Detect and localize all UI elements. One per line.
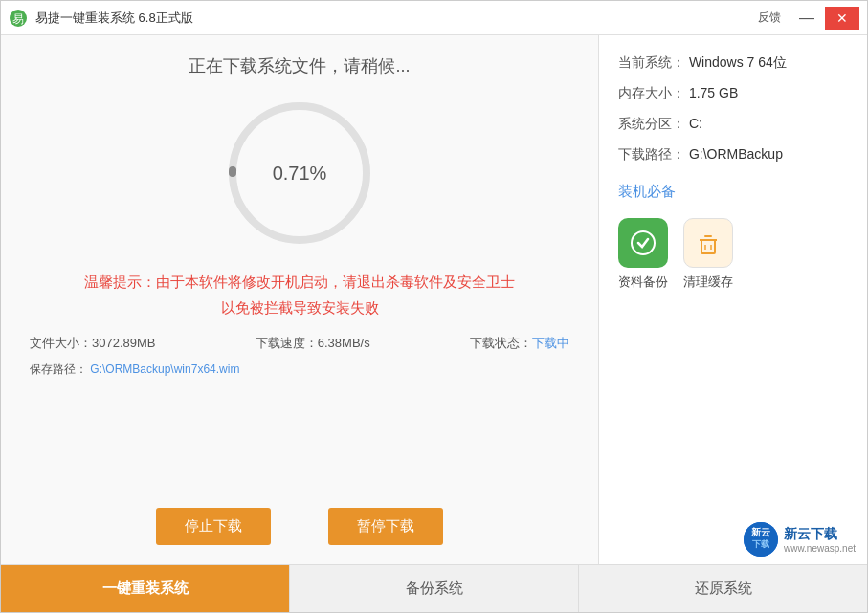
backup-label: 资料备份	[618, 274, 668, 291]
buttons-area: 停止下载 暂停下载	[30, 489, 569, 545]
file-size-value: 3072.89MB	[92, 336, 156, 350]
tab-reinstall[interactable]: 一键重装系统	[1, 565, 290, 612]
partition-value: C:	[689, 116, 702, 131]
tool-backup[interactable]: 资料备份	[618, 218, 668, 291]
file-size-label: 文件大小：	[30, 335, 92, 352]
watermark-icon: 新云 下载	[744, 522, 778, 557]
memory-value: 1.75 GB	[689, 85, 738, 100]
stop-download-button[interactable]: 停止下载	[156, 508, 271, 545]
section-title: 装机必备	[618, 183, 848, 201]
left-panel: 正在下载系统文件，请稍候... 0.71% 温馨提示：由于本软件将修改开机启动，…	[1, 35, 599, 564]
backup-icon	[618, 218, 668, 268]
download-speed: 下载速度：6.38MB/s	[256, 335, 370, 352]
clean-icon	[683, 218, 733, 268]
download-path-label: 下载路径：	[618, 146, 685, 162]
watermark-name: 新云下载	[784, 526, 856, 543]
progress-text: 0.71%	[273, 163, 327, 185]
clean-label: 清理缓存	[683, 274, 733, 291]
tools-grid: 资料备份 清理缓存	[618, 218, 848, 291]
titlebar-left: 易 易捷一键重装系统 6.8正式版	[9, 9, 193, 28]
svg-text:易: 易	[12, 12, 24, 26]
progress-circle: 0.71%	[223, 97, 376, 250]
memory-label: 内存大小：	[618, 85, 685, 100]
titlebar: 易 易捷一键重装系统 6.8正式版 反馈 — ✕	[1, 1, 867, 35]
info-download-path: 下载路径： G:\ORMBackup	[618, 146, 848, 164]
save-path: 保存路径： G:\ORMBackup\win7x64.wim	[30, 361, 569, 378]
watermark: 新云 下载 新云下载 www.newasp.net	[744, 522, 856, 557]
right-panel: 当前系统： Windows 7 64位 内存大小： 1.75 GB 系统分区： …	[599, 35, 867, 564]
svg-text:新云: 新云	[751, 527, 770, 537]
warning-line1: 温馨提示：由于本软件将修改开机启动，请退出杀毒软件及安全卫士	[30, 269, 569, 295]
file-size: 文件大小：3072.89MB	[30, 335, 156, 352]
info-system: 当前系统： Windows 7 64位	[618, 55, 848, 72]
status-value: 下载中	[532, 335, 569, 352]
svg-text:下载: 下载	[752, 539, 769, 549]
download-title: 正在下载系统文件，请稍候...	[30, 55, 569, 77]
system-label: 当前系统：	[618, 55, 685, 70]
watermark-url: www.newasp.net	[784, 543, 856, 554]
download-path-value: G:\ORMBackup	[689, 146, 783, 162]
watermark-text-block: 新云下载 www.newasp.net	[784, 526, 856, 554]
app-icon: 易	[9, 9, 28, 28]
save-path-link[interactable]: G:\ORMBackup\win7x64.wim	[90, 362, 239, 376]
titlebar-controls: 反馈 — ✕	[758, 7, 859, 30]
tab-backup[interactable]: 备份系统	[290, 565, 579, 612]
info-partition: 系统分区： C:	[618, 116, 848, 133]
status-label: 下载状态：	[470, 335, 532, 352]
close-button[interactable]: ✕	[825, 7, 859, 30]
tab-backup-label: 备份系统	[406, 580, 463, 598]
feedback-link[interactable]: 反馈	[758, 10, 781, 26]
system-value: Windows 7 64位	[689, 55, 787, 70]
tab-reinstall-label: 一键重装系统	[102, 580, 189, 598]
stats-row: 文件大小：3072.89MB 下载速度：6.38MB/s 下载状态：下载中	[30, 335, 569, 352]
download-status: 下载状态：下载中	[470, 335, 569, 352]
info-memory: 内存大小： 1.75 GB	[618, 85, 848, 102]
speed-label: 下载速度：	[256, 335, 318, 352]
app-title: 易捷一键重装系统 6.8正式版	[35, 10, 193, 27]
warning-line2: 以免被拦截导致安装失败	[30, 295, 569, 320]
minimize-button[interactable]: —	[792, 7, 821, 30]
svg-point-4	[632, 231, 655, 254]
save-path-label: 保存路径：	[30, 362, 87, 376]
pause-download-button[interactable]: 暂停下载	[328, 508, 443, 545]
tab-restore-label: 还原系统	[695, 580, 752, 598]
speed-value: 6.38MB/s	[318, 336, 370, 350]
bottom-nav: 一键重装系统 备份系统 还原系统	[1, 564, 867, 612]
tool-clean[interactable]: 清理缓存	[683, 218, 733, 291]
svg-rect-5	[701, 240, 715, 253]
tab-restore[interactable]: 还原系统	[579, 565, 867, 612]
main-content: 正在下载系统文件，请稍候... 0.71% 温馨提示：由于本软件将修改开机启动，…	[1, 35, 867, 564]
partition-label: 系统分区：	[618, 116, 685, 131]
warning-text: 温馨提示：由于本软件将修改开机启动，请退出杀毒软件及安全卫士 以免被拦截导致安装…	[30, 269, 569, 320]
progress-container: 0.71%	[30, 97, 569, 250]
